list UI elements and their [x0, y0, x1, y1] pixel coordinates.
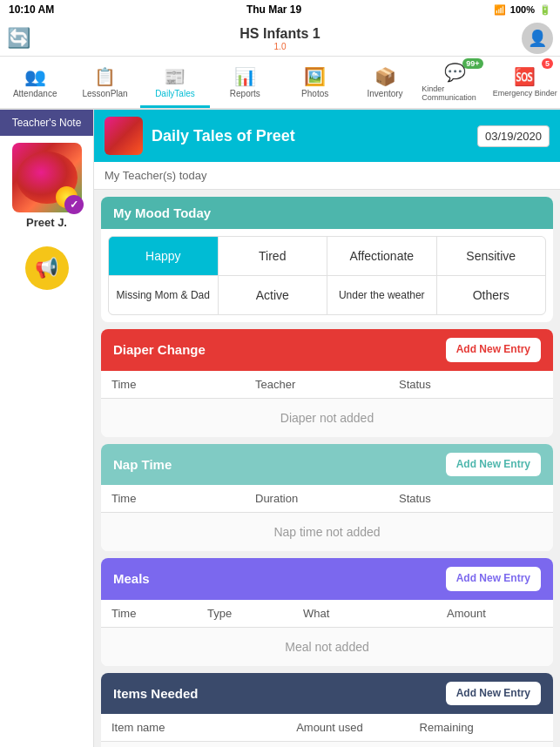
main-layout: Teacher's Note ✓ Preet J. 📢 Daily Tales … — [0, 110, 560, 747]
notification-bell[interactable]: 📢 — [25, 246, 69, 290]
daily-tales-date[interactable]: 03/19/2020 — [477, 125, 550, 147]
dailytales-icon: 📰 — [164, 66, 186, 87]
student-name: Preet J. — [26, 216, 67, 229]
items-col-name: Item name — [111, 721, 296, 734]
nap-table-header: Time Duration Status — [101, 485, 553, 513]
emergency-icon: 🆘 — [514, 66, 536, 87]
mood-active[interactable]: Active — [219, 276, 327, 314]
nap-section: Nap Time Add New Entry Time Duration Sta… — [101, 444, 553, 552]
diaper-title: Diaper Change — [113, 342, 206, 357]
mood-tired[interactable]: Tired — [219, 237, 327, 275]
photos-icon: 🖼️ — [304, 66, 326, 87]
teacher-today-label: My Teacher(s) today — [105, 169, 207, 182]
inventory-icon: 📦 — [374, 66, 396, 87]
items-add-button[interactable]: Add New Entry — [446, 682, 541, 706]
attendance-icon: 👥 — [24, 66, 46, 87]
page-title: HS Infants 1 — [38, 26, 522, 42]
status-bar: 10:10 AM Thu Mar 19 📶 100% 🔋 — [0, 0, 560, 19]
kinder-badge: 99+ — [462, 58, 482, 69]
items-empty-msg: Items not added — [101, 742, 553, 747]
nap-add-button[interactable]: Add New Entry — [446, 453, 541, 477]
battery-display: 100% — [510, 4, 535, 15]
top-nav: 🔄 HS Infants 1 1.0 👤 — [0, 19, 560, 57]
items-table-header: Item name Amount used Remaining — [101, 714, 553, 742]
mood-title: My Mood Today — [113, 205, 211, 220]
daily-tales-title: Daily Tales of Preet — [152, 127, 469, 145]
mood-others[interactable]: Others — [437, 276, 546, 314]
meals-empty-msg: Meal not added — [101, 628, 553, 666]
time-display: 10:10 AM — [9, 3, 54, 16]
diaper-header: Diaper Change Add New Entry — [101, 329, 553, 371]
meals-col-type: Type — [207, 607, 303, 620]
student-card[interactable]: ✓ Preet J. — [0, 136, 93, 236]
nap-empty-msg: Nap time not added — [101, 513, 553, 551]
meals-section: Meals Add New Entry Time Type What Amoun… — [101, 558, 553, 666]
tab-attendance-label: Attendance — [13, 89, 57, 98]
meals-col-time: Time — [111, 607, 207, 620]
daily-tales-header: Daily Tales of Preet 03/19/2020 — [94, 110, 560, 162]
tab-dailytales[interactable]: 📰 DailyTales — [140, 57, 210, 108]
teacher-today: My Teacher(s) today — [94, 162, 560, 190]
mood-affectionate[interactable]: Affectionate — [327, 237, 436, 275]
tab-lessonplan[interactable]: 📋 LessonPlan — [70, 57, 139, 108]
content-area: Daily Tales of Preet 03/19/2020 My Teach… — [94, 110, 560, 747]
checkmark-badge: ✓ — [64, 195, 84, 214]
refresh-icon[interactable]: 🔄 — [7, 27, 30, 49]
tab-photos[interactable]: 🖼️ Photos — [280, 57, 350, 108]
nap-col-duration: Duration — [255, 492, 399, 505]
diaper-empty-msg: Diaper not added — [101, 399, 553, 437]
tab-inventory[interactable]: 📦 Inventory — [350, 57, 420, 108]
mood-grid: Happy Tired Affectionate Sensitive Missi… — [108, 236, 546, 315]
diaper-col-time: Time — [111, 378, 255, 391]
reports-icon: 📊 — [234, 66, 256, 87]
items-col-remaining: Remaining — [420, 721, 543, 734]
tab-emergency-label: Emergency Binder — [493, 89, 557, 98]
teacher-note-button[interactable]: Teacher's Note — [0, 110, 93, 136]
meals-title: Meals — [113, 571, 150, 586]
tab-reports[interactable]: 📊 Reports — [210, 57, 280, 108]
student-dt-photo — [105, 117, 143, 155]
nap-col-status: Status — [399, 492, 543, 505]
mood-section: My Mood Today Happy Tired Affectionate S… — [101, 197, 553, 322]
nap-header: Nap Time Add New Entry — [101, 444, 553, 486]
meals-col-amount: Amount — [447, 607, 543, 620]
meals-table-header: Time Type What Amount — [101, 600, 553, 628]
items-title: Items Needed — [113, 686, 199, 701]
emergency-badge: 5 — [542, 58, 553, 69]
student-photo-wrapper: ✓ — [12, 143, 82, 212]
tab-emergency[interactable]: 5 🆘 Emergency Binder — [490, 57, 560, 108]
nap-title: Nap Time — [113, 457, 172, 472]
diaper-add-button[interactable]: Add New Entry — [446, 338, 541, 362]
sidebar: Teacher's Note ✓ Preet J. 📢 — [0, 110, 94, 747]
tab-bar: 👥 Attendance 📋 LessonPlan 📰 DailyTales 📊… — [0, 57, 560, 110]
tab-kinder[interactable]: 99+ 💬 Kinder Communication — [420, 57, 489, 108]
mood-sensitive[interactable]: Sensitive — [437, 237, 546, 275]
tab-reports-label: Reports — [230, 89, 260, 98]
user-avatar[interactable]: 👤 — [522, 23, 553, 54]
tab-inventory-label: Inventory — [367, 89, 402, 98]
diaper-col-status: Status — [399, 378, 543, 391]
mood-happy[interactable]: Happy — [109, 237, 218, 275]
tab-dailytales-label: DailyTales — [155, 89, 195, 98]
mood-weather[interactable]: Under the weather — [327, 276, 436, 314]
lessonplan-icon: 📋 — [94, 66, 116, 87]
nap-col-time: Time — [111, 492, 255, 505]
tab-attendance[interactable]: 👥 Attendance — [0, 57, 70, 108]
date-display: Thu Mar 19 — [246, 3, 301, 16]
nav-title-area: HS Infants 1 1.0 — [38, 26, 522, 51]
meals-add-button[interactable]: Add New Entry — [446, 567, 541, 591]
items-col-used: Amount used — [296, 721, 419, 734]
tab-lessonplan-label: LessonPlan — [82, 89, 127, 98]
status-indicators: 📶 100% 🔋 — [494, 4, 551, 16]
page-subtitle: 1.0 — [38, 42, 522, 51]
items-header: Items Needed Add New Entry — [101, 673, 553, 715]
diaper-table-header: Time Teacher Status — [101, 371, 553, 399]
battery-icon: 🔋 — [539, 4, 551, 16]
mood-missing[interactable]: Missing Mom & Dad — [109, 276, 218, 314]
diaper-col-teacher: Teacher — [255, 378, 399, 391]
items-section: Items Needed Add New Entry Item name Amo… — [101, 673, 553, 747]
meals-header: Meals Add New Entry — [101, 558, 553, 600]
diaper-section: Diaper Change Add New Entry Time Teacher… — [101, 329, 553, 437]
tab-kinder-label: Kinder Communication — [422, 84, 488, 102]
meals-col-what: What — [303, 607, 447, 620]
